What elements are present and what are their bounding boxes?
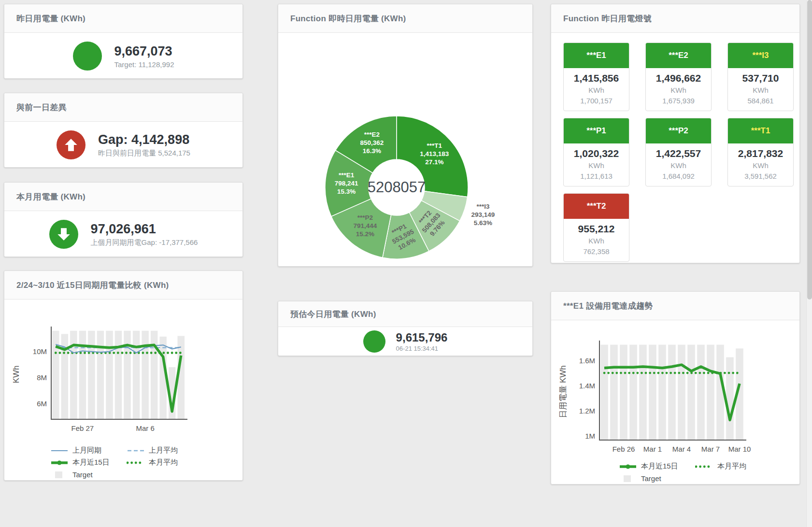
tile-header: ***P1: [564, 118, 629, 143]
y-tick-label: 1.4M: [579, 382, 595, 390]
page-scrollbar[interactable]: [806, 0, 812, 527]
tile-body: 1,422,557 KWh 1,684,092: [646, 143, 711, 186]
legend-label: Target: [72, 470, 93, 479]
stat-subtitle: 06-21 15:34:41: [396, 345, 448, 352]
target-bar: [52, 331, 59, 419]
target-bar: [678, 345, 685, 440]
tile-header: ***I3: [728, 43, 793, 68]
legend-item-本月平均[interactable]: 本月平均: [127, 456, 203, 469]
target-bar: [79, 331, 86, 419]
panel-header: ***E1 設備用電達成趨勢: [551, 292, 799, 320]
panel-month-usage: 本月用電量 (KWh) 97,026,961 上個月同期用電Gap: -17,3…: [4, 182, 243, 257]
legend-item-本月近15日[interactable]: 本月近15日: [619, 460, 695, 472]
legend-marker: [127, 447, 145, 455]
tile-unit: KWh: [647, 85, 710, 96]
panel-e1-trend-chart: ***E1 設備用電達成趨勢 1M1.2M1.4M1.6MFeb 26Mar 1…: [551, 291, 800, 484]
tile-label: ***T1: [751, 126, 770, 136]
legend-marker: [695, 463, 713, 470]
tile-value: 2,817,832: [729, 147, 792, 160]
function-usage-donut-chart[interactable]: ***T11,413,18327.1%***I3293,1495.63%***T…: [278, 33, 532, 268]
tile-target: 1,700,157: [565, 96, 628, 106]
legend-item-上月平均[interactable]: 上月平均: [127, 444, 203, 456]
y-axis-label: 日用電量 KWh: [558, 365, 568, 418]
x-tick-label: Mar 4: [672, 445, 691, 453]
panel-title: ***E1 設備用電達成趨勢: [563, 300, 653, 312]
stat-value: 97,026,961: [91, 221, 198, 237]
stat-value: 9,667,073: [114, 43, 174, 59]
arrow-up-icon: [57, 130, 85, 159]
scrollbar-thumb[interactable]: [807, 0, 812, 299]
tile-label: ***P1: [586, 126, 606, 136]
panel-title: Function 昨日用電燈號: [563, 13, 652, 24]
arrow-down-icon: [49, 220, 78, 249]
target-bar: [610, 345, 618, 440]
tile-body: 955,212 KWh 762,358: [564, 219, 629, 261]
tile-label: ***E1: [586, 51, 606, 60]
x-tick-label: Feb 27: [71, 424, 94, 432]
target-bar: [639, 345, 647, 440]
panel-15day-compare-chart: 2/24~3/10 近15日同期用電量比較 (KWh) 6M8M10MFeb 2…: [4, 271, 243, 481]
status-tile-t2: ***T2 955,212 KWh 762,358: [563, 193, 629, 262]
y-tick-label: 10M: [33, 347, 47, 356]
e1-trend-chart[interactable]: 1M1.2M1.4M1.6MFeb 26Mar 1Mar 4Mar 7Mar 1…: [551, 320, 800, 460]
target-bar: [697, 345, 705, 440]
stat-value: Gap: 4,142,898: [98, 132, 190, 147]
donut-label: ***I3293,1495.63%: [471, 203, 495, 227]
stat-body: 9,667,073 Target: 11,128,992: [4, 33, 242, 79]
x-tick-label: Mar 10: [728, 445, 751, 453]
status-tile-i3: ***I3 537,710 KWh 584,861: [727, 43, 794, 111]
panel-title: 本月用電量 (KWh): [16, 191, 85, 202]
y-tick-label: 6M: [37, 399, 47, 408]
tile-value: 1,422,557: [647, 147, 710, 160]
legend-item-Target[interactable]: Target: [619, 472, 695, 484]
tile-unit: KWh: [729, 160, 792, 171]
legend-item-上月同期[interactable]: 上月同期: [50, 444, 127, 456]
tile-unit: KWh: [565, 85, 628, 96]
status-circle-icon: [73, 42, 102, 71]
tile-target: 762,358: [565, 246, 628, 257]
legend-item-Target[interactable]: Target: [50, 469, 127, 481]
status-tile-t1: ***T1 2,817,832 KWh 3,591,562: [727, 118, 794, 186]
y-tick-label: 1.6M: [579, 356, 595, 365]
legend-label: Target: [641, 474, 661, 483]
panel-header: 與前一日差異: [4, 93, 242, 122]
stat-text: 9,615,796 06-21 15:34:41: [396, 331, 448, 352]
x-tick-label: Mar 7: [701, 445, 720, 453]
tile-body: 537,710 KWh 584,861: [728, 68, 793, 111]
tile-header: ***T2: [564, 194, 629, 219]
target-bar: [133, 331, 140, 419]
legend-marker: [50, 471, 69, 479]
stat-value: 9,615,796: [396, 331, 448, 344]
target-bar: [629, 345, 637, 440]
tile-unit: KWh: [647, 160, 710, 171]
panel-header: Function 昨日用電燈號: [551, 4, 799, 33]
panel-header: 昨日用電量 (KWh): [4, 4, 242, 33]
y-tick-label: 8M: [37, 373, 47, 382]
legend-label: 上月平均: [149, 446, 178, 455]
tile-target: 3,591,562: [729, 171, 792, 182]
legend-item-本月近15日[interactable]: 本月近15日: [50, 456, 127, 469]
panel-title: Function 即時日用電量 (KWh): [290, 13, 406, 24]
target-bar: [142, 331, 148, 419]
panel-title: 2/24~3/10 近15日同期用電量比較 (KWh): [16, 280, 169, 291]
target-bar: [88, 331, 95, 419]
stat-subtitle: 昨日與前日用電量 5,524,175: [98, 149, 190, 158]
compare-trend-chart[interactable]: 6M8M10MFeb 27Mar 6KWh: [4, 299, 242, 444]
panel-title: 昨日用電量 (KWh): [16, 13, 85, 24]
panel-header: Function 即時日用電量 (KWh): [278, 4, 532, 33]
legend-marker: [50, 459, 69, 467]
status-tile-p1: ***P1 1,020,322 KWh 1,121,613: [563, 118, 629, 186]
tile-target: 1,684,092: [647, 171, 710, 182]
legend-label: 本月近15日: [72, 458, 110, 467]
panel-day-gap: 與前一日差異 Gap: 4,142,898 昨日與前日用電量 5,524,175: [4, 93, 243, 168]
tile-body: 1,415,856 KWh 1,700,157: [564, 68, 629, 111]
stat-body: Gap: 4,142,898 昨日與前日用電量 5,524,175: [4, 122, 242, 168]
tile-label: ***I3: [752, 51, 769, 60]
target-bar: [97, 331, 104, 419]
target-bar: [600, 345, 608, 440]
legend-item-本月平均[interactable]: 本月平均: [695, 460, 771, 472]
stat-body: 97,026,961 上個月同期用電Gap: -17,377,566: [4, 211, 242, 257]
legend-marker: [619, 475, 637, 483]
target-bar: [687, 345, 695, 440]
tile-body: 1,020,322 KWh 1,121,613: [564, 143, 629, 186]
